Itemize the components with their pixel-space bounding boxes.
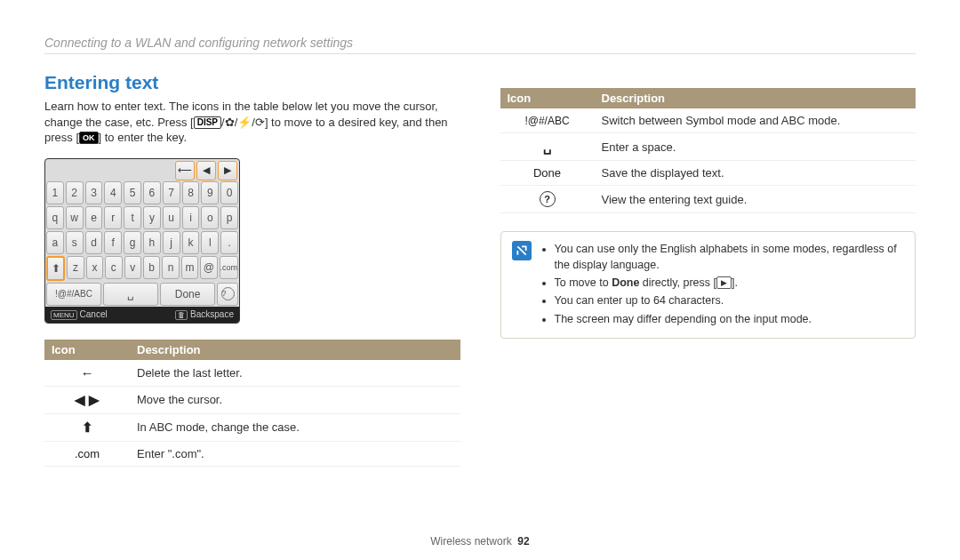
page-number: 92 <box>517 535 529 548</box>
kb-key[interactable]: 5 <box>124 181 141 204</box>
kb-key[interactable]: o <box>201 206 219 229</box>
note-item: You can use only the English alphabets i… <box>555 241 905 273</box>
kb-key[interactable]: 2 <box>66 181 84 204</box>
kb-key[interactable]: y <box>143 206 161 229</box>
header-divider <box>44 53 916 54</box>
footer-label: Wireless network <box>430 535 511 548</box>
kb-key[interactable]: l <box>201 231 219 254</box>
kb-done-key[interactable]: Done <box>160 283 215 306</box>
kb-key[interactable]: r <box>104 206 122 229</box>
kb-key[interactable]: g <box>124 231 141 254</box>
timer-icon: ⟳ <box>255 116 265 129</box>
kb-backspace-label: 🗑Backspace <box>175 309 234 320</box>
kb-key[interactable]: u <box>163 206 180 229</box>
kb-key[interactable]: i <box>182 206 200 229</box>
help-icon: ? <box>540 191 556 207</box>
kb-key[interactable]: 0 <box>220 181 238 204</box>
kb-key[interactable]: w <box>66 206 84 229</box>
section-heading: Entering text <box>44 72 460 93</box>
intro-paragraph: Learn how to enter text. The icons in th… <box>44 99 460 146</box>
th-icon: Icon <box>500 88 595 108</box>
kb-key[interactable]: t <box>124 206 141 229</box>
kb-key[interactable]: 1 <box>46 181 64 204</box>
kb-key[interactable]: 7 <box>163 181 180 204</box>
menu-chip: MENU <box>51 310 77 320</box>
onscreen-keyboard: ⟵ ◀ ▶ 1 2 3 4 5 6 7 8 9 0 q w e r t <box>44 158 240 324</box>
desc-cell: Enter a space. <box>595 133 916 161</box>
note-item: You can enter up to 64 characters. <box>555 292 905 308</box>
kb-key[interactable]: v <box>124 256 141 279</box>
kb-space-key[interactable]: ␣ <box>103 283 158 306</box>
desc-cell: Delete the last letter. <box>130 360 460 387</box>
kb-key[interactable]: 6 <box>143 181 161 204</box>
desc-cell: Save the displayed text. <box>595 161 916 186</box>
kb-key[interactable]: 3 <box>85 181 103 204</box>
kb-key[interactable]: x <box>86 256 103 279</box>
kb-key[interactable]: c <box>105 256 122 279</box>
kb-key[interactable]: . <box>220 231 238 254</box>
kb-key[interactable]: 9 <box>201 181 219 204</box>
mode-label: !@#/ABC <box>500 108 595 133</box>
done-bold: Done <box>612 276 639 289</box>
kb-key[interactable]: p <box>220 206 238 229</box>
kb-key[interactable]: j <box>163 231 180 254</box>
info-icon <box>512 241 532 260</box>
kb-backspace-icon[interactable]: ⟵ <box>175 161 195 180</box>
kb-key[interactable]: d <box>85 231 103 254</box>
desc-cell: Enter ".com". <box>130 441 460 466</box>
kb-key[interactable]: f <box>104 231 122 254</box>
arrow-left-icon: ← <box>81 365 94 380</box>
icon-description-table-left: Icon Description ←Delete the last letter… <box>44 340 460 467</box>
kb-key[interactable]: q <box>46 206 64 229</box>
intro-text-3: ] to enter the key. <box>99 131 187 144</box>
playback-icon: ▶ <box>716 276 732 289</box>
question-icon: ? <box>221 287 235 300</box>
kb-cursor-left-icon[interactable]: ◀ <box>196 161 216 180</box>
kb-dotcom-key[interactable]: .com <box>220 256 239 279</box>
desc-cell: In ABC mode, change the case. <box>130 413 460 441</box>
kb-key[interactable]: @ <box>200 256 217 279</box>
kb-key[interactable]: a <box>46 231 64 254</box>
disp-button-label: DISP <box>194 116 221 129</box>
space-icon: ␣ <box>543 139 552 154</box>
kb-mode-key[interactable]: !@#/ABC <box>46 283 101 306</box>
kb-key[interactable]: m <box>181 256 198 279</box>
desc-cell: View the entering text guide. <box>595 186 916 213</box>
kb-key[interactable]: s <box>66 231 84 254</box>
kb-cursor-right-icon[interactable]: ▶ <box>218 161 237 180</box>
page-footer: Wireless network 92 <box>0 535 960 548</box>
dotcom-label: .com <box>44 441 130 466</box>
info-note-box: You can use only the English alphabets i… <box>500 231 916 339</box>
ok-button-label: OK <box>79 132 99 144</box>
kb-key[interactable]: e <box>85 206 103 229</box>
kb-key[interactable]: b <box>143 256 160 279</box>
kb-help-key[interactable]: ? <box>217 283 238 306</box>
desc-cell: Switch between Symbol mode and ABC mode. <box>595 108 916 133</box>
flash-icon: ⚡ <box>237 116 252 129</box>
cursor-arrows-icon: ◀ ▶ <box>75 392 100 407</box>
kb-key[interactable]: k <box>182 231 200 254</box>
kb-key[interactable]: n <box>162 256 179 279</box>
th-desc: Description <box>130 340 460 360</box>
note-item: To move to Done directly, press [▶]. <box>555 275 905 291</box>
breadcrumb: Connecting to a WLAN and configuring net… <box>44 36 916 50</box>
note-item: The screen may differ depending on the i… <box>555 311 905 327</box>
desc-cell: Move the cursor. <box>130 386 460 413</box>
kb-key[interactable]: z <box>67 256 84 279</box>
flower-icon: ✿ <box>225 116 235 129</box>
done-label: Done <box>500 161 595 186</box>
th-icon: Icon <box>44 340 130 360</box>
trash-icon: 🗑 <box>175 310 188 320</box>
kb-key[interactable]: h <box>143 231 161 254</box>
kb-key[interactable]: 4 <box>104 181 122 204</box>
shift-icon: ⬆ <box>82 420 93 435</box>
kb-key[interactable]: 8 <box>182 181 200 204</box>
kb-menu-cancel: MENUCancel <box>51 309 108 320</box>
icon-description-table-right: Icon Description !@#/ABCSwitch between S… <box>500 88 916 213</box>
th-desc: Description <box>595 88 916 108</box>
kb-shift-key[interactable]: ⬆ <box>46 256 65 281</box>
